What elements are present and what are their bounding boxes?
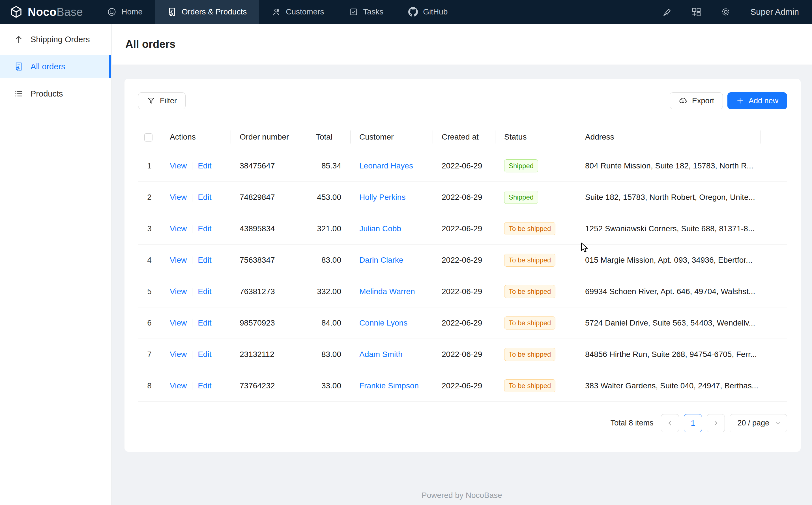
pagination-page-1[interactable]: 1 xyxy=(684,414,702,432)
highlighter-icon[interactable] xyxy=(662,7,672,17)
customer-link[interactable]: Adam Smith xyxy=(359,350,402,359)
status-badge: Shipped xyxy=(504,159,538,172)
tab-github[interactable]: GitHub xyxy=(396,0,460,24)
view-link[interactable]: View xyxy=(170,161,187,170)
tab-home[interactable]: Home xyxy=(95,0,155,24)
audit-icon xyxy=(168,7,177,16)
tab-tasks[interactable]: Tasks xyxy=(337,0,396,24)
edit-link[interactable]: Edit xyxy=(198,224,211,233)
customer-link[interactable]: Leonard Hayes xyxy=(359,161,413,170)
view-link[interactable]: View xyxy=(170,224,187,233)
order-number-cell: 73764232 xyxy=(231,370,307,401)
pagination-prev-button[interactable] xyxy=(661,414,679,432)
header-address: Address xyxy=(576,124,760,150)
table-row: 8 ViewEdit 73764232 33.00 Frankie Simpso… xyxy=(138,370,787,401)
address-cell: 804 Runte Mission, Suite 182, 15783, Nor… xyxy=(576,150,760,181)
nocobase-logo[interactable]: NocoBase xyxy=(0,0,95,24)
sidebar-item-shipping-orders[interactable]: Shipping Orders xyxy=(0,28,111,51)
status-badge: To be shipped xyxy=(504,222,555,235)
edit-link[interactable]: Edit xyxy=(198,193,211,201)
navbar-actions: Super Admin xyxy=(662,0,812,24)
customer-link[interactable]: Julian Cobb xyxy=(359,224,401,233)
created-at-cell: 2022-06-29 xyxy=(433,181,495,213)
edit-link[interactable]: Edit xyxy=(198,350,211,359)
export-label: Export xyxy=(692,97,714,105)
edit-link[interactable]: Edit xyxy=(198,381,211,390)
smile-icon xyxy=(107,7,116,16)
header-status: Status xyxy=(495,124,576,150)
total-cell: 453.00 xyxy=(307,181,350,213)
status-badge: To be shipped xyxy=(504,317,555,330)
edit-link[interactable]: Edit xyxy=(198,287,211,296)
view-link[interactable]: View xyxy=(170,381,187,390)
customer-link[interactable]: Melinda Warren xyxy=(359,287,415,296)
view-link[interactable]: View xyxy=(170,256,187,265)
view-link[interactable]: View xyxy=(170,193,187,201)
view-link[interactable]: View xyxy=(170,287,187,296)
table-row: 7 ViewEdit 23132112 83.00 Adam Smith 202… xyxy=(138,339,787,370)
add-new-button[interactable]: Add new xyxy=(728,92,787,109)
github-icon xyxy=(408,7,418,17)
page-title: All orders xyxy=(125,38,176,50)
table-row: 3 ViewEdit 43895834 321.00 Julian Cobb 2… xyxy=(138,213,787,244)
table-toolbar: Filter Export xyxy=(138,92,787,109)
order-number-cell: 43895834 xyxy=(231,213,307,244)
address-cell: 015 Margie Mission, Apt. 093, 34936, Ebe… xyxy=(576,244,760,276)
sidebar-item-all-orders[interactable]: All orders xyxy=(0,55,111,78)
row-index: 4 xyxy=(138,244,161,276)
top-navbar: NocoBase Home xyxy=(0,0,812,24)
row-index: 2 xyxy=(138,181,161,213)
status-badge: Shipped xyxy=(504,191,538,204)
order-number-cell: 74829847 xyxy=(231,181,307,213)
edit-link[interactable]: Edit xyxy=(198,161,211,170)
view-link[interactable]: View xyxy=(170,350,187,359)
settings-gear-icon[interactable] xyxy=(721,7,731,17)
total-cell: 33.00 xyxy=(307,370,350,401)
table-row: 6 ViewEdit 98570923 84.00 Connie Lyons 2… xyxy=(138,307,787,339)
row-index: 5 xyxy=(138,276,161,307)
audit-icon xyxy=(14,62,23,71)
blocks-add-icon[interactable] xyxy=(692,7,701,17)
list-icon xyxy=(14,89,23,98)
created-at-cell: 2022-06-29 xyxy=(433,307,495,339)
total-cell: 85.34 xyxy=(307,150,350,181)
edit-link[interactable]: Edit xyxy=(198,318,211,327)
check-square-icon xyxy=(349,7,358,16)
pagination: Total 8 items 1 20 / page xyxy=(138,414,787,432)
order-number-cell: 76381273 xyxy=(231,276,307,307)
export-button[interactable]: Export xyxy=(670,92,723,109)
chevron-down-icon xyxy=(775,420,781,426)
status-badge: To be shipped xyxy=(504,285,555,298)
row-index: 6 xyxy=(138,307,161,339)
address-cell: 1252 Swaniawski Corners, Suite 688, 8137… xyxy=(576,213,760,244)
orders-table-card: Filter Export xyxy=(124,79,801,452)
nav-tabs: Home Orders & Products xyxy=(95,0,460,24)
cloud-download-icon xyxy=(679,96,688,105)
created-at-cell: 2022-06-29 xyxy=(433,150,495,181)
sidebar: Shipping Orders All orders Products xyxy=(0,24,111,505)
orders-table: Actions Order number Total Customer Crea… xyxy=(138,124,787,402)
filter-button[interactable]: Filter xyxy=(138,92,186,109)
customer-link[interactable]: Holly Perkins xyxy=(359,193,405,201)
tab-customers[interactable]: Customers xyxy=(259,0,336,24)
page-size-select[interactable]: 20 / page xyxy=(730,414,787,432)
customer-link[interactable]: Frankie Simpson xyxy=(359,381,419,390)
add-new-label: Add new xyxy=(749,97,778,105)
customer-link[interactable]: Darin Clarke xyxy=(359,256,403,265)
sidebar-item-products[interactable]: Products xyxy=(0,82,111,105)
logo-text: NocoBase xyxy=(28,6,83,18)
row-index: 8 xyxy=(138,370,161,401)
address-cell: 84856 Hirthe Run, Suite 268, 94754-6705,… xyxy=(576,339,760,370)
header-customer: Customer xyxy=(350,124,433,150)
sidebar-item-label: All orders xyxy=(31,62,65,71)
user-menu[interactable]: Super Admin xyxy=(750,7,799,17)
select-all-checkbox[interactable] xyxy=(144,133,153,142)
pagination-next-button[interactable] xyxy=(707,414,725,432)
customer-link[interactable]: Connie Lyons xyxy=(359,318,408,327)
pagination-total: Total 8 items xyxy=(610,419,653,428)
table-row: 1 ViewEdit 38475647 85.34 Leonard Hayes … xyxy=(138,150,787,181)
view-link[interactable]: View xyxy=(170,318,187,327)
tab-orders-products[interactable]: Orders & Products xyxy=(155,0,259,24)
edit-link[interactable]: Edit xyxy=(198,256,211,265)
table-header-row: Actions Order number Total Customer Crea… xyxy=(138,124,787,150)
